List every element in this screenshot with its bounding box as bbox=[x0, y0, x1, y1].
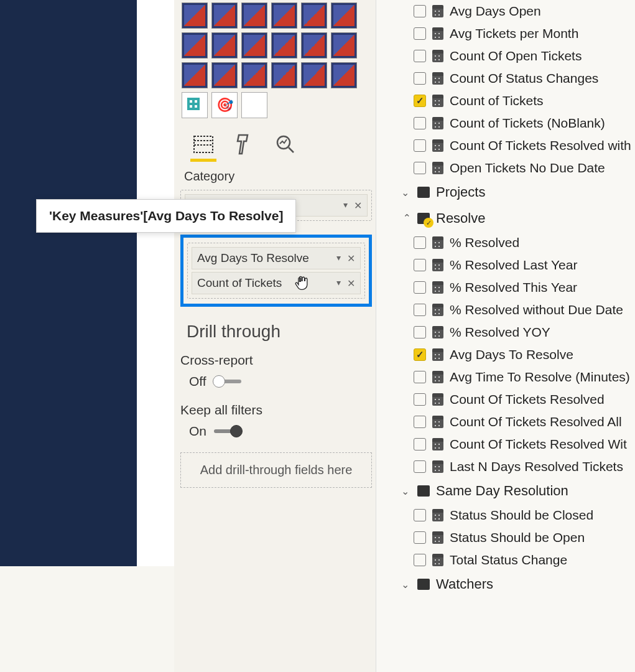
field-label: % Resolved This Year bbox=[450, 280, 577, 295]
viz-thumbnail[interactable] bbox=[301, 2, 327, 29]
checkbox[interactable] bbox=[414, 326, 426, 338]
viz-thumbnail[interactable] bbox=[271, 2, 297, 29]
well-item-count-tickets[interactable]: Count of Tickets ▾ ✕ bbox=[192, 272, 361, 294]
checkbox[interactable] bbox=[414, 554, 426, 566]
keep-filters-toggle[interactable]: On bbox=[189, 424, 372, 439]
close-icon[interactable]: ✕ bbox=[347, 253, 355, 264]
field-row[interactable]: Count of Tickets bbox=[381, 90, 635, 112]
viz-thumbnail[interactable] bbox=[211, 2, 238, 29]
drill-through-heading: Drill through bbox=[187, 322, 372, 342]
checkbox[interactable] bbox=[414, 460, 426, 473]
field-row[interactable]: % Resolved bbox=[381, 231, 635, 254]
checkbox[interactable] bbox=[414, 236, 426, 249]
viz-thumbnail[interactable] bbox=[241, 32, 267, 58]
field-label: Count of Tickets (NoBlank) bbox=[450, 116, 605, 131]
table-projects[interactable]: ⌄ Projects bbox=[381, 179, 635, 205]
field-row[interactable]: Count Of Tickets Resolved Wit bbox=[381, 433, 635, 455]
viz-thumbnail[interactable] bbox=[211, 62, 238, 88]
field-row[interactable]: % Resolved Last Year bbox=[381, 254, 635, 276]
well-item-avg-days[interactable]: Avg Days To Resolve ▾ ✕ bbox=[192, 247, 361, 269]
viz-thumbnail[interactable] bbox=[182, 62, 208, 88]
field-row[interactable]: % Resolved without Due Date bbox=[381, 299, 635, 321]
checkbox[interactable] bbox=[414, 416, 426, 428]
field-label: Status Should be Open bbox=[450, 530, 585, 545]
viz-thumbnail[interactable] bbox=[182, 92, 208, 118]
checkbox[interactable] bbox=[414, 27, 426, 40]
checkbox[interactable] bbox=[414, 72, 426, 85]
chevron-down-icon[interactable]: ▾ bbox=[336, 278, 341, 289]
field-row[interactable]: Open Tickets No Due Date bbox=[381, 157, 635, 179]
visualizations-pane: 🎯 Category ▾ ✕ Avg Days To Resolve bbox=[174, 0, 376, 672]
field-row[interactable]: Status Should be Open bbox=[381, 526, 635, 549]
measure-icon bbox=[432, 304, 443, 316]
viz-thumbnail[interactable] bbox=[331, 62, 357, 88]
measure-icon bbox=[432, 236, 443, 249]
field-row[interactable]: Status Should be Closed bbox=[381, 504, 635, 526]
field-row[interactable]: Total Status Change bbox=[381, 549, 635, 571]
viz-thumbnail[interactable] bbox=[182, 2, 208, 29]
viz-thumbnail[interactable] bbox=[301, 32, 327, 58]
svg-line-4 bbox=[289, 147, 294, 152]
viz-thumbnail[interactable] bbox=[331, 2, 357, 29]
table-icon: ✓ bbox=[417, 213, 430, 224]
values-well[interactable]: Avg Days To Resolve ▾ ✕ Count of Tickets… bbox=[187, 243, 365, 299]
viz-thumbnail[interactable] bbox=[211, 32, 238, 58]
close-icon[interactable]: ✕ bbox=[354, 200, 362, 212]
field-row[interactable]: Count Of Status Changes bbox=[381, 67, 635, 90]
tab-analytics[interactable] bbox=[274, 132, 297, 157]
checkbox[interactable] bbox=[414, 371, 426, 383]
field-row[interactable]: Count Of Tickets Resolved All bbox=[381, 411, 635, 433]
field-row[interactable]: Avg Time To Resolve (Minutes) bbox=[381, 366, 635, 388]
measure-icon bbox=[432, 95, 443, 107]
checkbox[interactable] bbox=[414, 304, 426, 316]
field-row[interactable]: Count Of Open Tickets bbox=[381, 45, 635, 67]
checkbox[interactable] bbox=[414, 348, 426, 361]
field-row[interactable]: Count Of Tickets Resolved bbox=[381, 388, 635, 411]
checkbox[interactable] bbox=[414, 393, 426, 406]
toggle-track[interactable] bbox=[214, 429, 241, 433]
checkbox[interactable] bbox=[414, 5, 426, 17]
viz-thumbnail[interactable]: 🎯 bbox=[211, 92, 238, 118]
chevron-down-icon[interactable]: ▾ bbox=[336, 253, 341, 264]
close-icon[interactable]: ✕ bbox=[347, 278, 355, 289]
checkbox[interactable] bbox=[414, 438, 426, 450]
checkbox[interactable] bbox=[414, 509, 426, 521]
checkbox[interactable] bbox=[414, 139, 426, 152]
chevron-down-icon[interactable]: ▾ bbox=[343, 200, 348, 212]
field-label: % Resolved without Due Date bbox=[450, 302, 623, 317]
drill-through-dropzone[interactable]: Add drill-through fields here bbox=[180, 452, 372, 488]
field-row[interactable]: Avg Days Open bbox=[381, 0, 635, 22]
table-watchers[interactable]: ⌄ Watchers bbox=[381, 571, 635, 597]
viz-thumbnail[interactable] bbox=[271, 62, 297, 88]
field-row[interactable]: Count Of Tickets Resolved with bbox=[381, 134, 635, 157]
checkbox[interactable] bbox=[414, 162, 426, 174]
tab-fields[interactable] bbox=[192, 132, 215, 157]
checkbox[interactable] bbox=[414, 259, 426, 271]
cross-report-toggle[interactable]: Off bbox=[189, 374, 372, 389]
table-resolve[interactable]: ⌄ ✓ Resolve bbox=[381, 205, 635, 231]
checkbox[interactable] bbox=[414, 281, 426, 294]
checkbox[interactable] bbox=[414, 50, 426, 62]
viz-thumbnail[interactable] bbox=[241, 62, 267, 88]
field-row[interactable]: % Resolved This Year bbox=[381, 276, 635, 299]
field-row[interactable]: % Resolved YOY bbox=[381, 321, 635, 343]
checkbox[interactable] bbox=[414, 531, 426, 544]
field-label: Open Tickets No Due Date bbox=[450, 161, 605, 175]
viz-thumbnail[interactable] bbox=[271, 32, 297, 58]
well-item-text: Avg Days To Resolve bbox=[197, 251, 309, 265]
viz-thumbnail[interactable] bbox=[301, 62, 327, 88]
viz-thumbnail[interactable] bbox=[241, 92, 267, 118]
viz-thumbnail[interactable] bbox=[182, 32, 208, 58]
tab-format[interactable] bbox=[233, 132, 256, 157]
toggle-track[interactable] bbox=[214, 380, 241, 383]
field-row[interactable]: Last N Days Resolved Tickets bbox=[381, 455, 635, 478]
field-label: Status Should be Closed bbox=[450, 508, 593, 523]
field-row[interactable]: Count of Tickets (NoBlank) bbox=[381, 112, 635, 134]
field-row[interactable]: Avg Tickets per Month bbox=[381, 22, 635, 45]
table-same-day[interactable]: ⌄ Same Day Resolution bbox=[381, 478, 635, 504]
viz-thumbnail[interactable] bbox=[331, 32, 357, 58]
checkbox[interactable] bbox=[414, 95, 426, 107]
checkbox[interactable] bbox=[414, 117, 426, 129]
viz-thumbnail[interactable] bbox=[241, 2, 267, 29]
field-row[interactable]: Avg Days To Resolve bbox=[381, 343, 635, 366]
